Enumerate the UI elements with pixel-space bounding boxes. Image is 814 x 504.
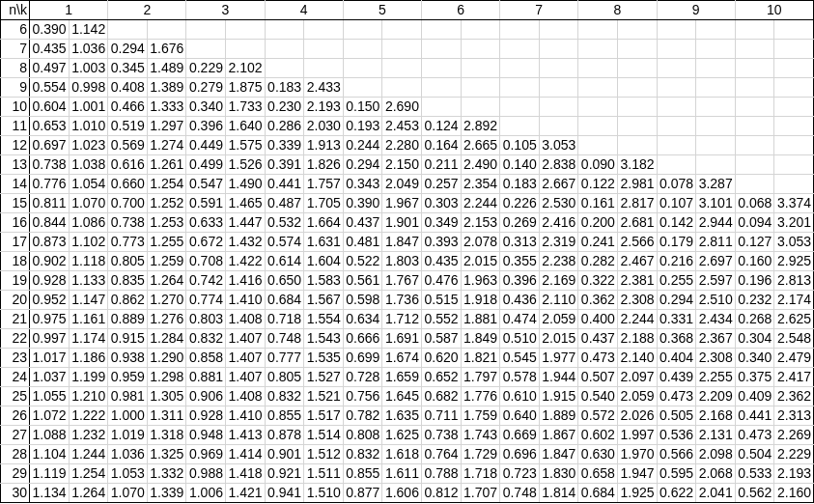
cell: 2.597 (696, 271, 736, 291)
cell (539, 40, 578, 59)
cell (657, 117, 696, 136)
cell: 0.901 (265, 445, 304, 464)
cell: 0.669 (500, 426, 540, 445)
cell: 0.105 (500, 136, 540, 155)
cell: 1.422 (225, 252, 265, 271)
cell: 0.183 (265, 78, 304, 98)
cell (774, 40, 814, 59)
cell: 1.830 (539, 464, 578, 484)
cell: 0.339 (265, 136, 304, 155)
cell (421, 20, 461, 40)
cell: 0.408 (108, 78, 148, 98)
cell: 0.811 (30, 194, 70, 213)
cell: 0.948 (186, 426, 226, 445)
cell: 0.404 (657, 349, 696, 368)
cell: 2.944 (696, 213, 736, 233)
table-row: 220.9971.1740.9151.2840.8321.4070.7481.5… (1, 329, 814, 349)
cell: 2.150 (382, 155, 422, 175)
table-row: 140.7761.0540.6601.2540.5471.4900.4411.7… (1, 175, 814, 194)
cell: 2.362 (774, 387, 814, 406)
cell: 1.625 (382, 426, 422, 445)
cell: 3.201 (774, 213, 814, 233)
cell: 0.697 (30, 136, 70, 155)
cell (696, 20, 736, 40)
table-row: 70.4351.0360.2941.676 (1, 40, 814, 59)
cell: 3.287 (696, 175, 736, 194)
cell (696, 136, 736, 155)
cell (421, 59, 461, 78)
cell: 0.435 (30, 40, 70, 59)
cell (225, 40, 265, 59)
cell: 2.174 (774, 291, 814, 310)
cell (382, 40, 422, 59)
cell: 0.519 (108, 117, 148, 136)
row-header: 26 (1, 406, 30, 426)
row-header: 11 (1, 117, 30, 136)
col-header-k2: 2 (108, 1, 186, 20)
cell: 0.684 (578, 484, 618, 503)
row-header: 22 (1, 329, 30, 349)
cell (578, 20, 618, 40)
cell: 0.682 (421, 387, 461, 406)
cell: 1.736 (382, 291, 422, 310)
cell: 0.437 (343, 213, 382, 233)
cell: 0.481 (343, 233, 382, 252)
cell: 0.832 (265, 387, 304, 406)
col-header-k10: 10 (735, 1, 813, 20)
cell: 1.174 (69, 329, 108, 349)
cell: 1.070 (69, 194, 108, 213)
cell (382, 59, 422, 78)
cell: 1.511 (304, 464, 344, 484)
cell (578, 40, 618, 59)
cell: 1.776 (461, 387, 500, 406)
cell (696, 155, 736, 175)
cell: 1.311 (147, 406, 186, 426)
cell (774, 59, 814, 78)
cell: 2.098 (696, 445, 736, 464)
cell: 1.567 (304, 291, 344, 310)
cell: 0.812 (421, 484, 461, 503)
cell: 1.875 (225, 78, 265, 98)
cell: 1.133 (69, 271, 108, 291)
cell: 0.435 (421, 252, 461, 271)
cell: 0.441 (265, 175, 304, 194)
cell: 1.889 (539, 406, 578, 426)
cell: 0.294 (657, 291, 696, 310)
cell: 2.490 (461, 155, 500, 175)
col-header-k5: 5 (343, 1, 421, 20)
cell: 0.622 (657, 484, 696, 503)
cell: 0.437 (578, 329, 618, 349)
corner-label: n\k (1, 1, 30, 20)
cell: 0.718 (265, 310, 304, 329)
cell: 2.319 (539, 233, 578, 252)
cell (304, 20, 344, 40)
cell: 0.391 (265, 155, 304, 175)
cell: 1.252 (147, 194, 186, 213)
header-row: n\k 12345678910 (1, 1, 814, 20)
cell: 1.000 (108, 406, 148, 426)
cell: 0.396 (500, 271, 540, 291)
row-header: 25 (1, 387, 30, 406)
cell: 0.602 (578, 426, 618, 445)
cell: 0.595 (657, 464, 696, 484)
cell: 1.447 (225, 213, 265, 233)
cell: 0.473 (578, 349, 618, 368)
cell: 0.658 (578, 464, 618, 484)
cell (657, 59, 696, 78)
cell: 0.473 (657, 387, 696, 406)
cell: 3.053 (774, 233, 814, 252)
cell: 1.264 (69, 484, 108, 503)
cell: 2.548 (774, 329, 814, 349)
cell: 0.504 (735, 445, 774, 464)
cell: 0.959 (108, 368, 148, 387)
cell: 0.193 (343, 117, 382, 136)
cell: 0.633 (186, 213, 226, 233)
cell: 0.331 (657, 310, 696, 329)
cell: 0.396 (186, 117, 226, 136)
cell (657, 98, 696, 117)
cell: 1.421 (225, 484, 265, 503)
cell: 2.059 (617, 387, 657, 406)
cell (657, 78, 696, 98)
table-row: 301.1341.2641.0701.3391.0061.4210.9411.5… (1, 484, 814, 503)
cell (696, 40, 736, 59)
